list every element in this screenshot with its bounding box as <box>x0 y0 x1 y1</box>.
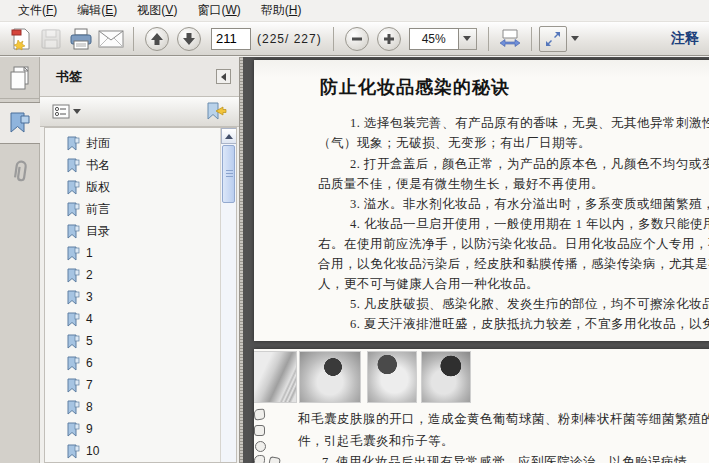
toolbar-separator <box>531 27 532 51</box>
bookmark-item-cover[interactable]: 封面 <box>45 132 236 154</box>
bookmark-item-8[interactable]: 8 <box>45 396 236 418</box>
margin-ornament-icon <box>254 455 265 463</box>
fullscreen-button[interactable] <box>539 26 567 52</box>
menu-help[interactable]: 帮助(H) <box>251 0 312 22</box>
body-line: 5. 凡皮肤破损、感染化脓、发炎生疖的部位，均不可擦涂化妆品。 <box>350 296 709 313</box>
menu-view[interactable]: 视图(V) <box>127 0 187 22</box>
body-line: 4. 化妆品一旦启开使用，一般使用期在 1 年以内，多数只能使用 3 个月左 <box>350 216 709 233</box>
chevron-down-icon <box>571 36 579 41</box>
body-line: 3. 溢水。非水剂化妆品，有水分溢出时，多系变质或细菌繁殖，不能再用。 <box>350 196 709 213</box>
print-icon <box>69 28 93 50</box>
bookmark-item-2[interactable]: 2 <box>45 264 236 286</box>
sidebar-title: 书签 <box>56 68 82 86</box>
bookmark-icon <box>67 268 80 283</box>
body-line: 和毛囊皮肤腺的开口，造成金黄色葡萄球菌、粉刺棒状杆菌等细菌繁殖的有利条 <box>298 411 709 428</box>
menu-edit[interactable]: 编辑(E) <box>67 0 127 22</box>
chevron-down-icon <box>463 36 471 41</box>
attachments-panel-tab[interactable] <box>0 150 40 192</box>
bookmark-item-5[interactable]: 5 <box>45 330 236 352</box>
toolbar: (225/ 227) 45% 注释 <box>0 22 709 56</box>
toolbar-separator <box>133 27 134 51</box>
portrait-photo <box>254 351 297 403</box>
body-line: 件，引起毛囊炎和疖子等。 <box>298 433 454 450</box>
page-count-label: (225/ 227) <box>257 32 322 46</box>
body-line: 1. 选择包装完善、有产品原有的香味，无臭、无其他异常刺激性气味；无冒烟 <box>350 115 709 132</box>
options-list-icon <box>52 104 70 119</box>
save-icon <box>40 28 62 50</box>
margin-ornament-icon <box>268 456 281 463</box>
fullscreen-dropdown-button[interactable] <box>567 26 583 52</box>
bookmark-item-title[interactable]: 书名 <box>45 154 236 176</box>
pages-icon <box>8 65 32 91</box>
bookmarks-sidebar: 书签 <box>40 57 240 463</box>
bookmark-icon <box>67 136 80 151</box>
menu-window[interactable]: 窗口(W) <box>187 0 250 22</box>
comments-button[interactable]: 注释 <box>671 30 703 48</box>
bookmark-list: 封面 书名 版权 前言 目录 1 2 3 4 5 6 7 8 9 10 <box>44 127 237 463</box>
toolbar-separator <box>333 27 334 51</box>
bookmark-options-button[interactable] <box>48 101 85 122</box>
thumb-grip <box>226 170 233 171</box>
locate-current-bookmark-button[interactable] <box>201 99 231 124</box>
email-icon <box>98 30 124 48</box>
bookmark-item-9[interactable]: 9 <box>45 418 236 440</box>
previous-page-button[interactable] <box>145 27 169 51</box>
bookmark-icon <box>7 110 33 136</box>
zoom-dropdown-button[interactable] <box>459 28 477 50</box>
page-number-input[interactable] <box>211 28 251 50</box>
body-line: 品质量不佳，便是有微生物生长，最好不再使用。 <box>318 176 604 193</box>
bookmark-item-preface[interactable]: 前言 <box>45 198 236 220</box>
bookmark-icon <box>67 224 80 239</box>
minus-icon <box>351 33 363 45</box>
fit-width-icon <box>499 29 521 49</box>
bookmark-item-toc[interactable]: 目录 <box>45 220 236 242</box>
bookmark-item-copyright[interactable]: 版权 <box>45 176 236 198</box>
fit-width-button[interactable] <box>496 26 524 52</box>
arrow-up-icon <box>150 32 164 46</box>
bookmark-icon <box>67 444 80 459</box>
bookmark-icon <box>67 290 80 305</box>
save-button[interactable] <box>36 25 66 53</box>
pages-panel-tab[interactable] <box>0 57 40 99</box>
bookmark-list-scrollbar[interactable] <box>220 128 236 462</box>
print-button[interactable] <box>66 25 96 53</box>
bookmark-item-6[interactable]: 6 <box>45 352 236 374</box>
body-line: 7. 使用化妆品后出现有异常感觉，应到医院诊治，以免贻误病情。 <box>322 454 700 463</box>
main-area: 书签 <box>0 57 709 463</box>
paperclip-icon <box>9 158 31 184</box>
next-page-button[interactable] <box>177 27 201 51</box>
body-line: 右。在使用前应洗净手，以防污染化妆品。日用化妆品应个人专用，不宜一家人 <box>318 236 709 253</box>
body-line: 人，更不可与健康人合用一种化妆品。 <box>318 276 539 293</box>
scroll-up-button[interactable] <box>221 128 237 144</box>
zoom-in-button[interactable] <box>377 27 401 51</box>
body-line: 6. 夏天汗液排泄旺盛，皮肤抵抗力较差，不宜多用化妆品，以免堵塞汗腺口 <box>350 316 709 333</box>
menu-file[interactable]: 文件(F) <box>8 0 67 22</box>
margin-ornament-icon <box>254 425 265 436</box>
menu-bar: 文件(F) 编辑(E) 视图(V) 窗口(W) 帮助(H) <box>0 0 709 22</box>
zoom-out-button[interactable] <box>345 27 369 51</box>
body-line: 2. 打开盒盖后，颜色正常，为产品的原本色，凡颜色不均匀或变色者不是产 <box>350 156 709 173</box>
bookmark-icon <box>67 422 80 437</box>
bookmarks-panel-tab[interactable] <box>0 102 40 144</box>
email-button[interactable] <box>96 25 126 53</box>
zoom-level-value[interactable]: 45% <box>409 28 459 50</box>
scrollbar-thumb[interactable] <box>222 145 235 203</box>
bookmark-item-4[interactable]: 4 <box>45 308 236 330</box>
bookmark-item-3[interactable]: 3 <box>45 286 236 308</box>
bookmark-item-1[interactable]: 1 <box>45 242 236 264</box>
bookmark-icon <box>67 400 80 415</box>
portrait-photo <box>299 351 361 403</box>
margin-ornament-icon <box>254 408 266 420</box>
chevron-left-icon <box>221 73 226 81</box>
sidebar-header: 书签 <box>40 57 239 97</box>
open-document-button[interactable] <box>6 25 36 53</box>
bookmark-icon <box>67 356 80 371</box>
bookmark-item-10[interactable]: 10 <box>45 440 236 462</box>
plus-icon <box>383 33 395 45</box>
collapse-panel-button[interactable] <box>216 69 231 84</box>
bookmark-icon <box>67 246 80 261</box>
bookmark-arrow-icon <box>205 102 227 121</box>
bookmark-item-7[interactable]: 7 <box>45 374 236 396</box>
toolbar-separator <box>488 27 489 51</box>
bookmark-icon <box>67 202 80 217</box>
